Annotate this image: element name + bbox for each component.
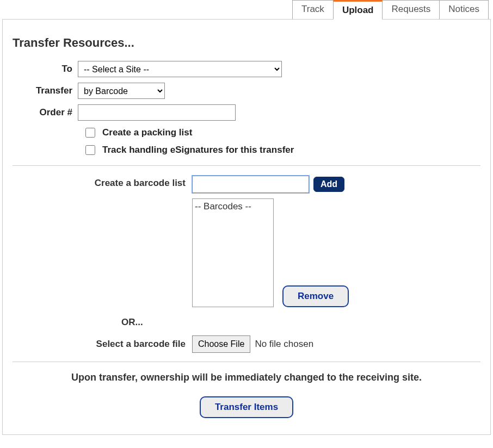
tab-bar: Track Upload Requests Notices bbox=[0, 0, 493, 20]
barcode-input[interactable] bbox=[192, 176, 309, 193]
select-file-label: Select a barcode file bbox=[13, 339, 192, 350]
divider bbox=[13, 165, 480, 166]
upload-panel: Transfer Resources... To -- Select a Sit… bbox=[2, 19, 491, 435]
barcode-listbox[interactable]: -- Barcodes -- bbox=[192, 198, 274, 307]
file-status: No file chosen bbox=[255, 339, 313, 350]
packing-checkbox[interactable] bbox=[85, 128, 95, 138]
packing-label: Create a packing list bbox=[102, 127, 192, 138]
tab-notices[interactable]: Notices bbox=[439, 0, 489, 20]
remove-button[interactable]: Remove bbox=[282, 285, 349, 307]
divider-2 bbox=[13, 362, 480, 362]
transfer-select[interactable]: by Barcode bbox=[78, 83, 165, 99]
tab-requests[interactable]: Requests bbox=[382, 0, 440, 20]
add-button[interactable]: Add bbox=[313, 177, 344, 192]
tab-upload[interactable]: Upload bbox=[333, 0, 383, 20]
order-label: Order # bbox=[13, 107, 78, 118]
choose-file-button[interactable]: Choose File bbox=[192, 335, 250, 353]
site-select[interactable]: -- Select a Site -- bbox=[78, 61, 282, 77]
or-label: OR... bbox=[13, 317, 480, 328]
create-barcode-label: Create a barcode list bbox=[13, 176, 192, 189]
esign-checkbox[interactable] bbox=[85, 145, 95, 155]
transfer-items-button[interactable]: Transfer Items bbox=[200, 396, 293, 418]
tab-track[interactable]: Track bbox=[292, 0, 334, 20]
order-input[interactable] bbox=[78, 104, 236, 121]
transfer-label: Transfer bbox=[13, 85, 78, 96]
page-title: Transfer Resources... bbox=[13, 36, 480, 50]
to-label: To bbox=[13, 64, 78, 74]
esign-label: Track handling eSignatures for this tran… bbox=[102, 145, 294, 155]
transfer-notice: Upon transfer, ownership will be immedia… bbox=[13, 372, 480, 383]
barcode-list-placeholder: -- Barcodes -- bbox=[195, 201, 271, 212]
